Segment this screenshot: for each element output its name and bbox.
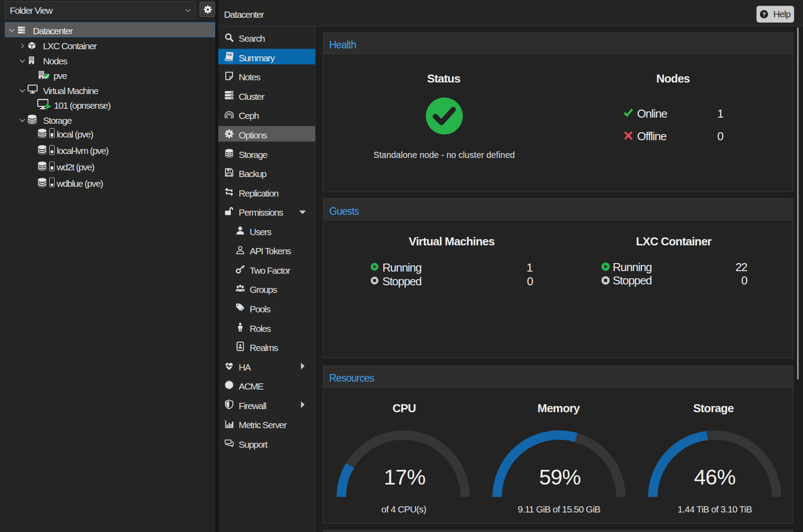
svg-text:?: ? xyxy=(762,11,766,18)
